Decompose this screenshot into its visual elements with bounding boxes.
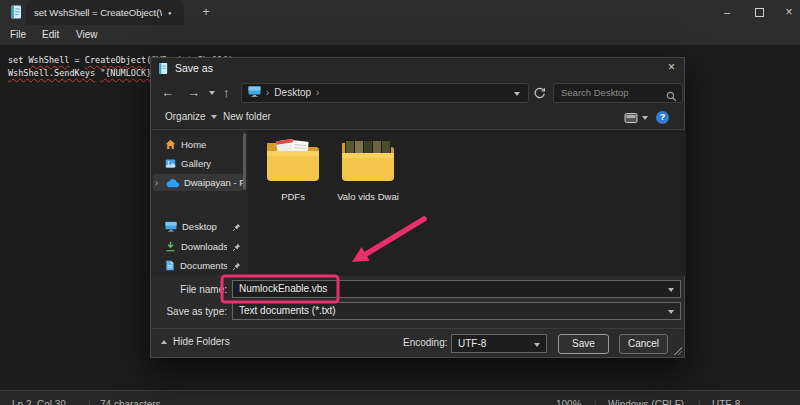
notepad-window: set WshShell = CreateObject(WScri ● + – …	[0, 0, 800, 405]
tab-title: set WshShell = CreateObject(WScri	[34, 7, 162, 18]
save-as-dialog: Save as × ← → ↑ › Desktop ›	[150, 57, 685, 358]
form-pane: File name: NumlockEnable.vbs Save as typ…	[151, 276, 684, 328]
sidebar-item-home[interactable]: Home	[153, 136, 243, 153]
home-icon	[165, 136, 176, 154]
encoding-label: Encoding:	[403, 337, 447, 348]
resize-grip[interactable]	[674, 347, 682, 355]
chevron-down-icon	[211, 115, 217, 119]
file-name-label: File name:	[151, 284, 227, 295]
folder-label: PDFs	[261, 191, 325, 202]
folder-valo-vids[interactable]: Valo vids Dwai	[336, 137, 400, 202]
pin-icon	[232, 238, 241, 256]
cancel-button[interactable]: Cancel	[619, 334, 668, 354]
folder-pdfs[interactable]: PDFs	[261, 137, 325, 202]
unsaved-dot-icon: ●	[168, 10, 172, 16]
tab-active[interactable]: set WshShell = CreateObject(WScri ●	[26, 0, 184, 25]
refresh-icon[interactable]	[533, 86, 546, 104]
gallery-icon	[165, 155, 176, 173]
search-input[interactable]	[554, 84, 682, 102]
back-button[interactable]: ←	[161, 85, 174, 100]
view-icon	[624, 112, 638, 124]
address-dropdown-chevron-icon[interactable]	[514, 92, 520, 96]
code-line-2: WshShell.SendKeys "{NUMLOCK}"	[8, 67, 156, 79]
search-box	[553, 83, 683, 103]
view-options-button[interactable]	[624, 112, 648, 124]
dialog-footer: Hide Folders Encoding: UTF-8 Save Cancel	[151, 328, 684, 357]
documents-icon	[165, 257, 175, 275]
forward-button[interactable]: →	[187, 85, 200, 100]
dialog-body: Home Gallery › Dwaipayan - Per Desktop	[151, 130, 684, 276]
sidebar-scrollbar[interactable]	[243, 133, 246, 190]
menu-view[interactable]: View	[70, 25, 104, 45]
chevron-down-icon[interactable]	[668, 288, 674, 292]
pin-icon	[232, 257, 241, 275]
file-name-value: NumlockEnable.vbs	[239, 283, 327, 294]
tab-bar: set WshShell = CreateObject(WScri ● + – …	[0, 0, 800, 25]
save-type-select[interactable]: Text documents (*.txt)	[232, 302, 681, 320]
address-bar[interactable]: › Desktop ›	[241, 83, 529, 103]
breadcrumb-location[interactable]: Desktop	[274, 87, 311, 98]
cursor-position: Ln 2, Col 30	[12, 399, 66, 405]
hide-folders-button[interactable]: Hide Folders	[161, 336, 230, 347]
sidebar-item-desktop[interactable]: Desktop	[153, 218, 243, 235]
folder-label: Valo vids Dwai	[336, 191, 400, 202]
notepad-app-icon	[10, 5, 22, 23]
sidebar-item-onedrive[interactable]: › Dwaipayan - Per	[153, 174, 243, 191]
desktop-location-icon	[248, 86, 261, 99]
new-tab-button[interactable]: +	[196, 2, 216, 22]
close-button[interactable]: ×	[774, 0, 800, 25]
minimize-button[interactable]: –	[712, 0, 742, 25]
save-type-value: Text documents (*.txt)	[239, 305, 336, 316]
save-type-label: Save as type:	[151, 306, 227, 317]
sidebar: Home Gallery › Dwaipayan - Per Desktop	[151, 130, 247, 276]
sidebar-item-documents[interactable]: Documents	[153, 257, 243, 274]
zoom-level: 100%	[556, 399, 582, 405]
file-name-input[interactable]: NumlockEnable.vbs	[232, 280, 681, 298]
menu-edit[interactable]: Edit	[36, 25, 65, 45]
status-bar: Ln 2, Col 30 | 74 characters 100% | Wind…	[0, 390, 800, 405]
encoding-value: UTF-8	[458, 338, 486, 349]
breadcrumb: › Desktop ›	[248, 84, 319, 102]
dialog-toolbar: Organize New folder ?	[151, 108, 684, 130]
chevron-up-icon	[161, 340, 167, 344]
help-button[interactable]: ?	[656, 111, 669, 124]
file-list: PDFs Valo vids Dwai	[248, 130, 686, 276]
folder-icon	[339, 137, 397, 185]
search-icon	[666, 88, 677, 106]
save-button[interactable]: Save	[558, 334, 609, 354]
up-button[interactable]: ↑	[223, 85, 230, 100]
expand-chevron-icon[interactable]: ›	[155, 178, 161, 188]
organize-button[interactable]: Organize	[165, 111, 217, 122]
new-folder-button[interactable]: New folder	[223, 111, 271, 122]
maximize-icon	[755, 8, 764, 17]
chevron-down-icon	[642, 116, 648, 120]
notepad-app-icon	[158, 61, 168, 79]
dialog-close-button[interactable]: ×	[668, 60, 675, 74]
recent-locations-chevron-icon[interactable]	[209, 91, 215, 95]
sidebar-item-gallery[interactable]: Gallery	[153, 155, 243, 172]
char-count: 74 characters	[100, 399, 161, 405]
onedrive-cloud-icon	[166, 174, 179, 192]
menu-bar: File Edit View ⚙	[0, 25, 800, 45]
desktop-icon	[165, 218, 177, 236]
sidebar-item-downloads[interactable]: Downloads	[153, 238, 243, 255]
dialog-title-bar: Save as ×	[151, 58, 684, 78]
dialog-title: Save as	[175, 62, 213, 74]
encoding-select[interactable]: UTF-8	[451, 334, 547, 353]
downloads-icon	[165, 238, 176, 256]
pin-icon	[232, 218, 241, 236]
encoding-indicator: UTF-8	[712, 399, 740, 405]
menu-file[interactable]: File	[4, 25, 32, 45]
chevron-down-icon	[534, 343, 540, 347]
maximize-button[interactable]	[744, 0, 774, 25]
line-ending: Windows (CRLF)	[608, 399, 684, 405]
folder-icon	[264, 137, 322, 185]
chevron-down-icon	[668, 310, 674, 314]
